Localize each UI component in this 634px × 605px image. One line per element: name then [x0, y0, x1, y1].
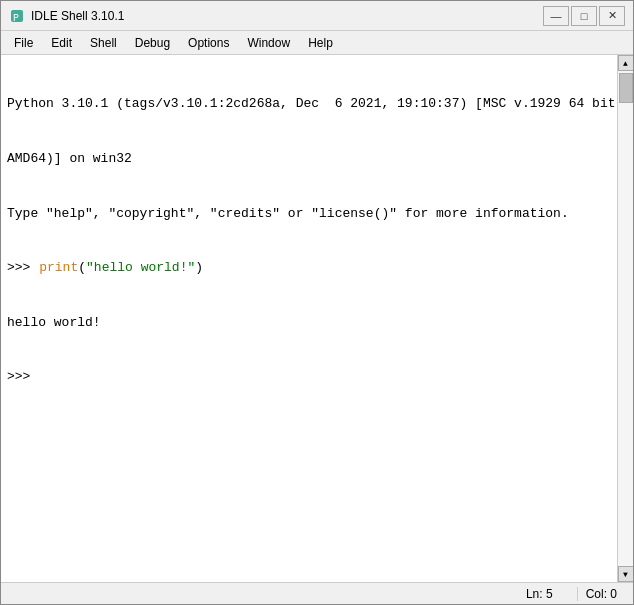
close-button[interactable]: ✕ — [599, 6, 625, 26]
content-area: Python 3.10.1 (tags/v3.10.1:2cd268a, Dec… — [1, 55, 633, 582]
prompt-1: >>> — [7, 259, 38, 277]
menu-debug[interactable]: Debug — [126, 33, 179, 53]
menu-shell[interactable]: Shell — [81, 33, 126, 53]
app-icon: P — [9, 8, 25, 24]
minimize-button[interactable]: — — [543, 6, 569, 26]
menu-file[interactable]: File — [5, 33, 42, 53]
input-line-1: >>> print("hello world!") — [7, 259, 611, 277]
menu-window[interactable]: Window — [238, 33, 299, 53]
info-line-3: Type "help", "copyright", "credits" or "… — [7, 205, 611, 223]
window-title: IDLE Shell 3.10.1 — [31, 9, 543, 23]
scrollbar-track[interactable] — [618, 71, 633, 566]
status-bar: Ln: 5 Col: 0 — [1, 582, 633, 604]
scrollbar[interactable]: ▲ ▼ — [617, 55, 633, 582]
input-line-2[interactable]: >>> — [7, 368, 611, 386]
output-line-1: hello world! — [7, 314, 611, 332]
status-section: Ln: 5 Col: 0 — [518, 587, 625, 601]
maximize-button[interactable]: □ — [571, 6, 597, 26]
idle-window: P IDLE Shell 3.10.1 — □ ✕ File Edit Shel… — [0, 0, 634, 605]
info-line-2: AMD64)] on win32 — [7, 150, 611, 168]
menu-options[interactable]: Options — [179, 33, 238, 53]
menu-edit[interactable]: Edit — [42, 33, 81, 53]
svg-text:P: P — [13, 13, 19, 24]
scroll-up-button[interactable]: ▲ — [618, 55, 634, 71]
line-number: Ln: 5 — [518, 587, 561, 601]
info-line-1: Python 3.10.1 (tags/v3.10.1:2cd268a, Dec… — [7, 95, 611, 113]
window-controls: — □ ✕ — [543, 6, 625, 26]
menu-help[interactable]: Help — [299, 33, 342, 53]
col-number: Col: 0 — [577, 587, 625, 601]
shell-output[interactable]: Python 3.10.1 (tags/v3.10.1:2cd268a, Dec… — [1, 55, 617, 582]
menu-bar: File Edit Shell Debug Options Window Hel… — [1, 31, 633, 55]
scroll-down-button[interactable]: ▼ — [618, 566, 634, 582]
scrollbar-thumb[interactable] — [619, 73, 633, 103]
title-bar: P IDLE Shell 3.10.1 — □ ✕ — [1, 1, 633, 31]
prompt-2: >>> — [7, 368, 38, 386]
command-1: print("hello world!") — [39, 259, 203, 277]
